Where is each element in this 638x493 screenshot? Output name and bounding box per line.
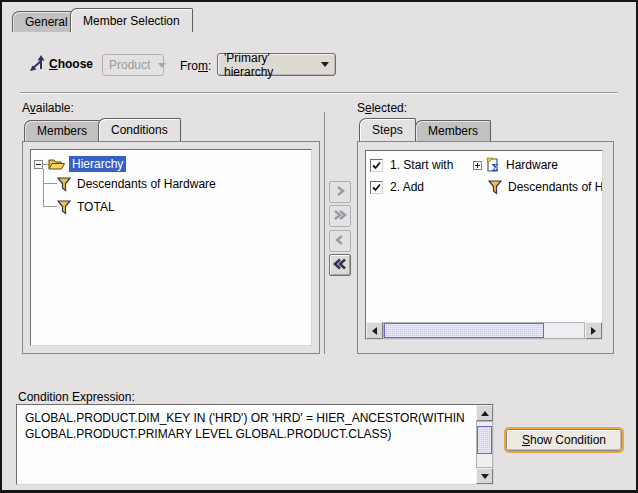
member-selection-dialog: General Member Selection Choose Product … xyxy=(0,0,638,493)
condition-expression-box[interactable]: GLOBAL.PRODUCT.DIM_KEY IN ('HRD') OR 'HR… xyxy=(16,404,494,485)
product-dropdown-value: Product xyxy=(109,58,150,72)
tree-row-descendants[interactable]: Descendants of Hardware xyxy=(57,175,216,193)
toolbar-separator xyxy=(20,92,618,94)
svg-text:Σ: Σ xyxy=(491,162,498,173)
tab-selected-members[interactable]: Members xyxy=(415,120,491,141)
filter-icon xyxy=(57,200,71,215)
tree-row-hierarchy[interactable]: Hierarchy xyxy=(34,155,126,173)
tree-connector xyxy=(43,183,57,184)
scroll-track[interactable] xyxy=(476,421,493,468)
available-label: Available: xyxy=(22,101,74,115)
tab-available-members[interactable]: Members xyxy=(24,120,100,141)
tree-node-label: Hierarchy xyxy=(69,156,126,172)
member-sigma-icon: Σ xyxy=(486,157,501,173)
tree-row-total[interactable]: TOTAL xyxy=(57,198,115,216)
chevron-down-icon xyxy=(158,63,166,68)
tab-member-selection[interactable]: Member Selection xyxy=(70,8,193,32)
condition-expression-label: Condition Expression: xyxy=(18,390,135,404)
selected-label: Selected: xyxy=(357,101,407,115)
filter-icon xyxy=(488,180,502,195)
scroll-down-button[interactable] xyxy=(476,468,493,484)
scroll-thumb[interactable] xyxy=(477,426,492,454)
step-item-label: Hardware xyxy=(506,158,558,172)
collapse-icon[interactable] xyxy=(34,160,43,169)
step-row-1[interactable]: 1. Start with Σ Hardware xyxy=(370,156,603,174)
scroll-left-button[interactable] xyxy=(366,322,383,339)
scroll-right-button[interactable] xyxy=(585,322,602,339)
chevron-left-icon xyxy=(333,233,347,250)
show-condition-button-label: Show Condition xyxy=(522,433,606,447)
steps-horizontal-scrollbar[interactable] xyxy=(366,322,602,339)
tree-node-label: Descendants of Hardware xyxy=(77,177,216,191)
hierarchy-dropdown-value: 'Primary' hierarchy xyxy=(224,51,313,79)
steps-list[interactable]: 1. Start with Σ Hardware xyxy=(365,150,603,340)
scroll-up-button[interactable] xyxy=(476,405,493,421)
condition-line: GLOBAL.PRODUCT.PRIMARY LEVEL GLOBAL.PROD… xyxy=(25,426,471,442)
tree-connector xyxy=(43,169,44,207)
scroll-track[interactable] xyxy=(383,322,585,339)
move-right-button[interactable] xyxy=(329,181,351,203)
triangle-down-icon xyxy=(481,474,489,479)
chevron-down-icon xyxy=(321,62,329,67)
filter-icon xyxy=(57,177,71,192)
step-item-label: Descendants of Hardw xyxy=(508,180,603,194)
from-label: From: xyxy=(180,59,211,73)
condition-line: GLOBAL.PRODUCT.DIM_KEY IN ('HRD') OR 'HR… xyxy=(25,410,471,426)
move-all-left-button[interactable] xyxy=(329,254,351,276)
tree-node-label: TOTAL xyxy=(77,200,115,214)
scroll-thumb[interactable] xyxy=(384,323,544,338)
open-folder-icon xyxy=(48,157,65,171)
step-1-checkbox[interactable] xyxy=(370,159,383,172)
hierarchy-dropdown[interactable]: 'Primary' hierarchy xyxy=(217,53,336,76)
chevron-right-icon xyxy=(333,184,347,201)
step-label: 2. Add xyxy=(390,180,424,194)
expand-icon[interactable] xyxy=(473,161,482,170)
tab-selected-steps-label: Steps xyxy=(372,123,403,137)
choose-label: Choose xyxy=(49,57,93,71)
show-condition-button[interactable]: Show Condition xyxy=(506,429,622,451)
double-chevron-left-icon xyxy=(332,257,348,274)
tab-available-conditions-label: Conditions xyxy=(111,123,168,137)
triangle-right-icon xyxy=(591,327,596,335)
product-dropdown[interactable]: Product xyxy=(102,54,164,76)
swap-axes-icon xyxy=(28,54,46,75)
step-label: 1. Start with xyxy=(390,158,453,172)
triangle-up-icon xyxy=(481,411,489,416)
tab-general-label: General xyxy=(25,15,68,29)
move-all-right-button[interactable] xyxy=(329,205,351,227)
tab-selected-members-label: Members xyxy=(428,124,478,138)
tab-available-conditions[interactable]: Conditions xyxy=(98,118,181,141)
double-chevron-right-icon xyxy=(332,208,348,225)
step-row-2[interactable]: 2. Add Descendants of Hardw xyxy=(370,178,603,196)
tree-connector xyxy=(43,206,57,207)
tab-selected-steps[interactable]: Steps xyxy=(359,118,416,141)
tab-member-selection-label: Member Selection xyxy=(83,14,180,28)
tab-available-members-label: Members xyxy=(37,124,87,138)
panels-divider xyxy=(324,112,325,354)
condition-vertical-scrollbar[interactable] xyxy=(476,405,493,484)
conditions-tree[interactable]: Hierarchy Descendants of Hardware TOTAL xyxy=(30,149,312,346)
triangle-left-icon xyxy=(372,327,377,335)
step-2-checkbox[interactable] xyxy=(370,181,383,194)
move-left-button[interactable] xyxy=(329,230,351,252)
